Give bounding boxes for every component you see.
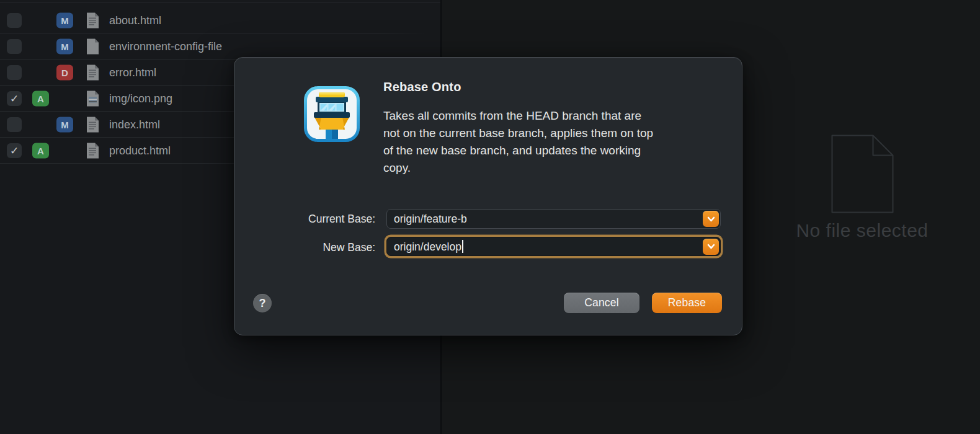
current-base-value[interactable]: origin/feature-b: [394, 213, 467, 226]
file-name: error.html: [109, 66, 156, 79]
cancel-button[interactable]: Cancel: [564, 293, 639, 313]
file-name: about.html: [109, 14, 161, 27]
new-base-label: New Base:: [234, 241, 375, 254]
status-badge: M: [56, 13, 73, 29]
status-badge: D: [56, 65, 73, 81]
chevron-down-icon: [707, 244, 715, 249]
doc-image-icon: [86, 91, 100, 107]
empty-state-message: No file selected: [713, 220, 980, 241]
new-base-dropdown-button[interactable]: [703, 239, 719, 255]
description-line: not on the current base branch, applies …: [383, 125, 653, 142]
file-name: img/icon.png: [109, 92, 172, 105]
file-checkbox[interactable]: ✓: [7, 143, 22, 158]
status-badge: A: [32, 91, 49, 107]
description-line: of the new base branch, and updates the …: [383, 142, 653, 159]
rebase-onto-dialog: Rebase Onto Takes all commits from the H…: [234, 57, 742, 335]
tower-app-icon: [304, 86, 360, 142]
table-row[interactable]: ✓ M about.html: [0, 7, 440, 33]
file-checkbox[interactable]: ✓: [7, 91, 22, 106]
current-base-dropdown-button[interactable]: [703, 211, 719, 227]
chevron-down-icon: [707, 216, 715, 222]
status-badge: A: [32, 143, 49, 159]
description-line: copy.: [383, 159, 653, 177]
status-badge: M: [56, 39, 73, 55]
status-badge: M: [56, 117, 73, 133]
file-checkbox[interactable]: ✓: [7, 13, 22, 28]
text-cursor: [462, 240, 463, 253]
file-checkbox[interactable]: ✓: [7, 39, 22, 54]
help-button[interactable]: ?: [253, 294, 272, 312]
description-line: Takes all commits from the HEAD branch t…: [383, 107, 653, 125]
doc-text-icon: [86, 143, 100, 159]
doc-text-icon: [86, 12, 100, 29]
page-title: Rebase Onto: [383, 80, 461, 94]
doc-text-icon: [86, 117, 100, 133]
table-row[interactable]: ✓ M environment-config-file: [0, 33, 440, 60]
rebase-button[interactable]: Rebase: [652, 293, 722, 313]
dialog-description: Takes all commits from the HEAD branch t…: [383, 107, 653, 177]
doc-plain-icon: [86, 38, 100, 55]
file-name: environment-config-file: [109, 40, 222, 53]
new-base-input-value[interactable]: origin/develop: [394, 240, 463, 254]
file-checkbox[interactable]: ✓: [7, 117, 22, 132]
doc-text-icon: [86, 64, 100, 81]
file-name: index.html: [109, 118, 160, 131]
document-outline-icon: [831, 135, 894, 213]
current-base-combobox[interactable]: origin/feature-b: [386, 209, 721, 229]
file-name: product.html: [109, 144, 171, 157]
new-base-combobox[interactable]: origin/develop: [386, 237, 721, 256]
file-checkbox[interactable]: ✓: [7, 65, 22, 80]
current-base-label: Current Base:: [234, 213, 375, 226]
